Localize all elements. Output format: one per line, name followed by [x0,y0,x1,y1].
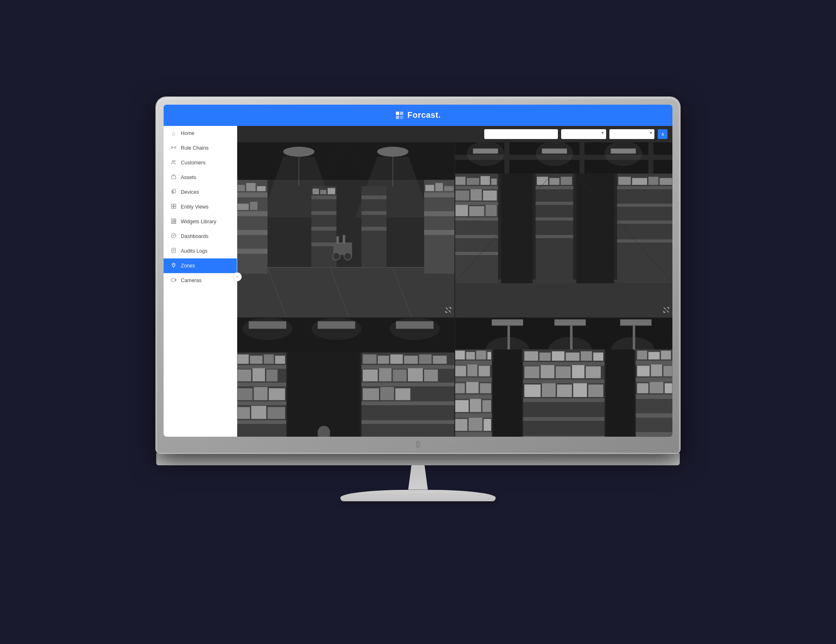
sidebar-item-dashboards[interactable]: Dashboards [164,229,237,244]
expand-icon-2[interactable] [663,307,669,314]
monitor-neck [402,465,434,490]
svg-rect-61 [311,211,336,215]
svg-rect-214 [469,418,483,431]
svg-rect-138 [237,420,286,424]
sidebar-item-assets[interactable]: Assets [164,170,237,185]
sidebar-item-customers[interactable]: Customers [164,155,237,170]
svg-rect-72 [337,236,339,243]
svg-rect-169 [424,370,438,381]
svg-rect-3 [400,116,403,119]
svg-rect-9 [171,176,175,179]
svg-rect-105 [456,205,468,216]
svg-rect-46 [237,249,267,254]
svg-rect-15 [174,206,176,209]
sidebar-item-home[interactable]: ⌂ Home [164,126,237,141]
svg-rect-252 [665,384,672,394]
svg-rect-221 [523,436,605,436]
sidebar-item-cameras[interactable]: Cameras [164,273,237,288]
svg-rect-63 [311,242,336,246]
svg-rect-96 [455,235,498,238]
svg-rect-121 [618,177,631,185]
svg-rect-248 [651,365,662,377]
svg-rect-109 [536,186,573,189]
svg-rect-207 [455,384,465,394]
monitor-chin [156,453,680,465]
svg-rect-68 [362,195,387,199]
sidebar-item-zones[interactable]: Zones [164,258,237,273]
svg-rect-172 [395,388,410,400]
header-bar: Forcast. [164,105,672,126]
svg-rect-147 [238,388,253,400]
svg-rect-137 [237,402,286,405]
svg-rect-49 [257,186,265,191]
audits-logs-icon [170,248,177,254]
svg-rect-98 [456,177,466,185]
svg-rect-206 [479,366,490,377]
app-title: Forcast. [407,110,441,120]
svg-rect-250 [637,384,649,394]
monitor-outer: Forcast. ⌂ Home [156,97,680,547]
svg-rect-125 [501,173,533,283]
svg-rect-20 [171,223,176,224]
svg-rect-157 [362,420,454,424]
svg-rect-108 [536,173,573,283]
search-input[interactable] [484,129,558,139]
sidebar-label-cameras: Cameras [181,278,202,283]
svg-rect-244 [637,351,647,359]
svg-rect-136 [237,383,286,386]
camera-cell-2[interactable] [455,142,672,318]
svg-rect-95 [455,217,498,220]
svg-rect-197 [455,413,492,418]
camera-area: ▼ ▼ ∧ [237,126,672,437]
svg-rect-234 [542,384,556,397]
svg-rect-217 [523,362,605,366]
customers-icon [170,159,177,166]
expand-icon-1[interactable] [445,307,451,314]
sidebar-collapse-button[interactable]: ‹ [233,272,242,281]
svg-rect-211 [470,399,481,412]
svg-rect-165 [363,370,378,381]
filter-dropdown-1[interactable] [561,129,606,139]
svg-rect-185 [555,319,586,325]
svg-rect-56 [425,185,434,191]
camera-grid [237,142,672,437]
svg-point-7 [172,160,174,162]
svg-rect-13 [174,204,176,206]
svg-rect-53 [424,192,454,197]
filter-toggle-button[interactable]: ∧ [658,129,667,139]
camera-cell-1[interactable] [237,142,454,318]
svg-rect-73 [343,235,345,243]
svg-rect-236 [573,384,587,397]
filter-bar: ▼ ▼ ∧ [237,126,672,142]
svg-rect-62 [311,227,336,230]
sidebar-label-audits-logs: Audits Logs [181,248,207,254]
svg-point-180 [311,318,362,340]
sidebar-item-devices[interactable]: Devices [164,185,237,200]
svg-rect-233 [524,385,541,397]
svg-rect-242 [636,413,672,418]
svg-rect-205 [467,365,478,377]
svg-rect-45 [237,230,267,235]
svg-rect-149 [269,388,285,400]
sidebar-item-rule-chains[interactable]: Rule Chains [164,141,237,155]
svg-rect-241 [636,395,672,399]
svg-rect-173 [288,353,360,437]
sidebar-item-audits-logs[interactable]: Audits Logs [164,244,237,258]
svg-rect-209 [480,384,491,394]
svg-rect-142 [264,355,274,364]
camera-cell-3[interactable] [237,318,454,436]
svg-rect-151 [251,406,266,419]
svg-rect-161 [390,355,403,364]
sidebar-item-widgets-library[interactable]: Widgets Library [164,214,237,229]
svg-rect-99 [467,178,479,185]
sidebar-item-entity-views[interactable]: Entity Views [164,200,237,214]
svg-rect-247 [637,366,650,377]
svg-rect-114 [549,178,560,185]
svg-rect-37 [237,267,454,318]
camera-cell-4[interactable] [455,318,672,436]
svg-rect-100 [481,176,490,184]
svg-rect-225 [566,353,580,361]
filter-dropdown-2[interactable] [609,129,654,139]
sidebar: ⌂ Home Rule Chains [164,126,237,437]
svg-rect-126 [576,173,614,283]
